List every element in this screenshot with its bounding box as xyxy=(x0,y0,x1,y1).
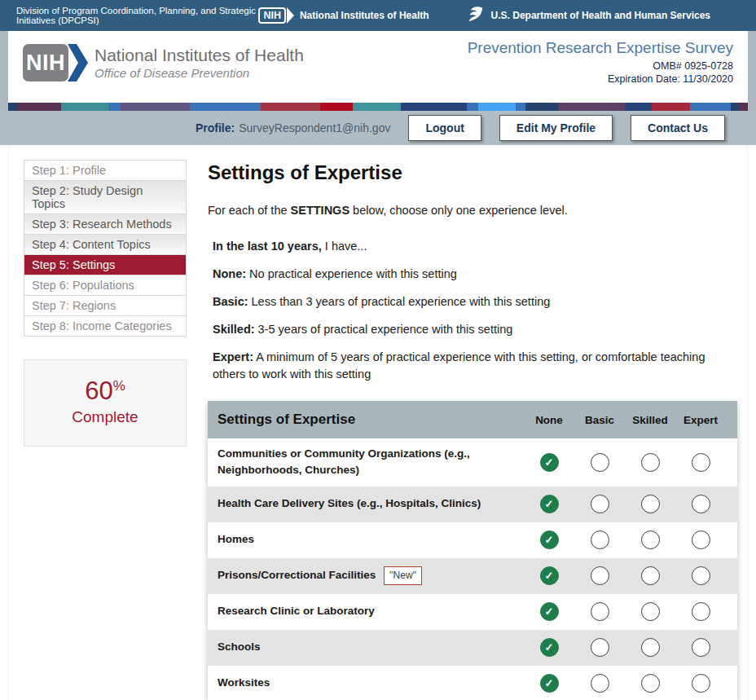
survey-title: Prevention Research Expertise Survey xyxy=(468,39,733,57)
radio-cell xyxy=(574,602,625,621)
radio-expert[interactable] xyxy=(692,453,710,472)
radio-basic[interactable] xyxy=(591,566,609,585)
stripe-segment xyxy=(61,103,108,111)
sidebar-step[interactable]: Step 4: Content Topics xyxy=(24,235,186,255)
radio-cell xyxy=(675,602,726,621)
sidebar-step[interactable]: Step 8: Income Categories xyxy=(24,316,186,336)
table-row: Schools✓ xyxy=(208,630,737,666)
radio-cell xyxy=(675,566,726,585)
contact-us-button[interactable]: Contact Us xyxy=(631,115,725,141)
stripe-segment xyxy=(739,103,748,111)
org-subtitle: Office of Disease Prevention xyxy=(94,66,304,80)
logout-button[interactable]: Logout xyxy=(408,115,481,141)
radio-none-selected[interactable]: ✓ xyxy=(540,638,559,657)
radio-cell xyxy=(574,495,625,513)
radio-basic[interactable] xyxy=(591,453,609,472)
radio-basic[interactable] xyxy=(591,638,609,657)
table-row: Worksites✓ xyxy=(208,666,737,700)
radio-cell: ✓ xyxy=(524,638,574,657)
radio-none-selected[interactable]: ✓ xyxy=(540,531,559,549)
expiration-date: Expiration Date: 11/30/2020 xyxy=(468,73,733,86)
radio-none-selected[interactable]: ✓ xyxy=(540,674,559,693)
dpcpsi-label: Division of Program Coordination, Planni… xyxy=(16,6,258,25)
column-header-skilled: Skilled xyxy=(625,414,675,426)
sidebar-step[interactable]: Step 2: Study Design Topics xyxy=(24,181,186,214)
table-title: Settings of Expertise xyxy=(218,412,524,428)
radio-skilled[interactable] xyxy=(641,453,660,472)
sidebar-step[interactable]: Step 3: Research Methods xyxy=(24,214,186,235)
radio-skilled[interactable] xyxy=(641,531,660,549)
table-header: Settings of Expertise NoneBasicSkilledEx… xyxy=(208,401,737,438)
stripe-segment xyxy=(467,103,478,111)
column-header-none: None xyxy=(524,414,574,426)
radio-none-selected[interactable]: ✓ xyxy=(540,566,559,585)
odp-logo[interactable]: NIH National Institutes of Health Office… xyxy=(23,44,304,81)
nih-logo-chevron-icon xyxy=(68,44,88,81)
sidebar-step[interactable]: Step 6: Populations xyxy=(24,275,186,296)
sidebar-step[interactable]: Step 5: Settings xyxy=(24,255,186,275)
org-name: National Institutes of Health xyxy=(94,46,304,65)
stripe-segment xyxy=(261,103,320,111)
new-badge: "New" xyxy=(384,566,422,585)
stripe-segment xyxy=(190,103,261,111)
radio-cell xyxy=(675,453,726,472)
progress-box: 60% Complete xyxy=(24,359,187,447)
radio-expert[interactable] xyxy=(692,638,710,657)
radio-cell: ✓ xyxy=(524,602,574,621)
content-area: Step 1: ProfileStep 2: Study Design Topi… xyxy=(8,145,748,700)
hhs-topbar-link[interactable]: U.S. Department of Health and Human Serv… xyxy=(467,6,710,25)
sidebar-step[interactable]: Step 7: Regions xyxy=(24,296,186,316)
radio-none-selected[interactable]: ✓ xyxy=(540,453,559,472)
radio-skilled[interactable] xyxy=(641,674,660,693)
stripe-segment xyxy=(731,103,739,111)
intro-text: For each of the SETTINGS below, choose o… xyxy=(208,204,737,217)
radio-skilled[interactable] xyxy=(641,638,660,657)
radio-cell xyxy=(675,638,726,657)
radio-cell xyxy=(574,566,625,585)
radio-expert[interactable] xyxy=(692,495,710,513)
radio-cell xyxy=(574,638,625,657)
federal-top-bar: Division of Program Coordination, Planni… xyxy=(0,0,756,31)
radio-cell xyxy=(574,674,625,693)
radio-none-selected[interactable]: ✓ xyxy=(540,602,559,621)
radio-expert[interactable] xyxy=(692,602,710,621)
radio-basic[interactable] xyxy=(591,531,609,549)
radio-skilled[interactable] xyxy=(641,495,660,513)
table-row: Communities or Community Organizations (… xyxy=(208,438,737,486)
definition-line: None: No practical experience with this … xyxy=(213,266,737,283)
column-header-expert: Expert xyxy=(675,414,726,426)
radio-cell xyxy=(625,638,675,657)
hhs-eagle-icon xyxy=(467,6,485,25)
radio-cell xyxy=(625,453,675,472)
radio-basic[interactable] xyxy=(591,495,609,513)
stripe-segment xyxy=(525,103,558,111)
sidebar: Step 1: ProfileStep 2: Study Design Topi… xyxy=(24,160,187,700)
column-header-basic: Basic xyxy=(574,414,625,426)
stripe-segment xyxy=(353,103,401,111)
progress-percent: 60% xyxy=(24,376,186,406)
stripe-segment xyxy=(652,103,690,111)
radio-expert[interactable] xyxy=(692,531,710,549)
edit-profile-button[interactable]: Edit My Profile xyxy=(499,115,613,141)
radio-expert[interactable] xyxy=(692,674,710,693)
radio-cell xyxy=(625,531,675,549)
radio-basic[interactable] xyxy=(591,602,609,621)
radio-cell: ✓ xyxy=(524,495,574,513)
radio-skilled[interactable] xyxy=(641,566,660,585)
table-row: Prisons/Correctional Facilities"New"✓ xyxy=(208,558,737,594)
lead-sentence: In the last 10 years, I have... xyxy=(213,238,737,255)
radio-expert[interactable] xyxy=(692,566,710,585)
radio-cell xyxy=(625,602,675,621)
radio-skilled[interactable] xyxy=(641,602,660,621)
sidebar-step[interactable]: Step 1: Profile xyxy=(24,161,186,181)
nih-logo-mark: NIH xyxy=(23,44,68,81)
radio-cell: ✓ xyxy=(524,453,574,472)
setting-label: Worksites xyxy=(218,675,524,691)
radio-cell xyxy=(625,674,675,693)
radio-basic[interactable] xyxy=(591,674,609,693)
setting-label: Prisons/Correctional Facilities"New" xyxy=(218,566,524,585)
radio-none-selected[interactable]: ✓ xyxy=(540,495,559,513)
radio-cell xyxy=(574,453,625,472)
page: Division of Program Coordination, Planni… xyxy=(0,0,756,700)
nih-topbar-link[interactable]: NIH National Institutes of Health xyxy=(258,7,429,24)
